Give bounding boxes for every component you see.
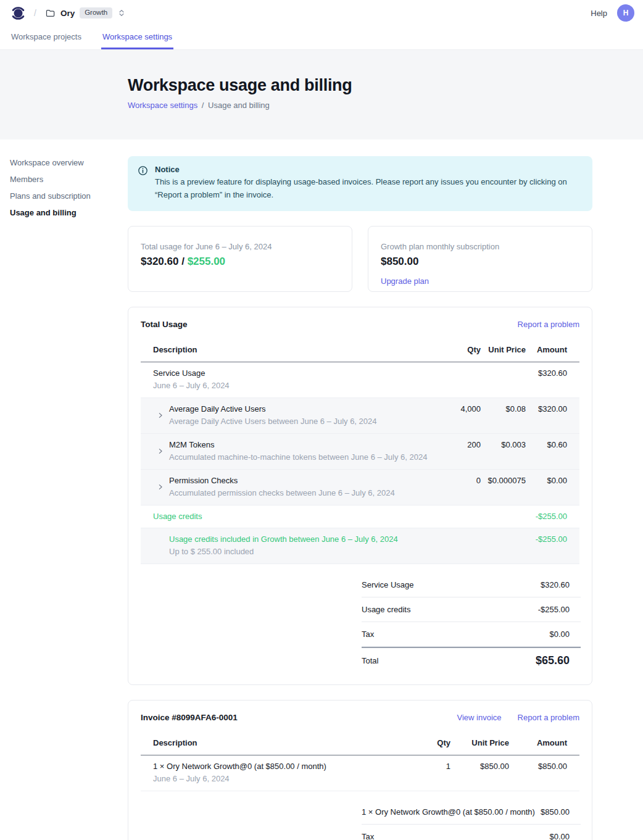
invoice-title: Invoice #8099AFA6-0001 [141, 713, 457, 722]
total-usage-card: Total usage for June 6 – July 6, 2024 $3… [128, 226, 352, 292]
chevron-right-icon[interactable] [153, 404, 169, 427]
sidebar-item-workspace-overview[interactable]: Workspace overview [10, 158, 128, 167]
row-unit-price: $850.00 [450, 761, 509, 772]
usage-current-amount: $320.60 [141, 256, 178, 267]
total-usage-table-card: Total Usage Report a problem Description… [128, 307, 592, 685]
row-amount: $0.60 [526, 439, 567, 451]
row-name: Usage credits [153, 511, 438, 522]
selector-icon [117, 9, 126, 17]
report-a-problem-link[interactable]: Report a problem [518, 713, 579, 722]
report-a-problem-link[interactable]: Report a problem [518, 320, 579, 329]
row-amount: -$255.00 [526, 511, 567, 522]
summary-value: $320.60 [541, 580, 570, 589]
chevron-right-icon[interactable] [153, 439, 169, 463]
avatar[interactable]: H [617, 4, 634, 22]
column-description: Description [153, 345, 438, 354]
invoice-card: Invoice #8099AFA6-0001 View invoice Repo… [128, 700, 592, 840]
sidebar-item-members[interactable]: Members [10, 175, 128, 184]
row-name: Average Daily Active Users [169, 404, 438, 415]
column-amount: Amount [509, 738, 567, 747]
row-unit-price: $0.003 [481, 439, 526, 451]
summary-row-tax: Tax $0.00 [362, 825, 581, 840]
row-amount: -$255.00 [526, 534, 567, 545]
tab-workspace-projects[interactable]: Workspace projects [10, 26, 83, 49]
help-link[interactable]: Help [591, 9, 607, 18]
row-amount: $320.00 [526, 404, 567, 415]
workspace-tabs: Workspace projects Workspace settings [0, 26, 643, 50]
subscription-label: Growth plan monthly subscription [381, 242, 579, 251]
table-row-m2m-tokens[interactable]: M2M Tokens Accumulated machine-to-machin… [141, 434, 579, 470]
row-subtitle: Average Daily Active Users between June … [169, 416, 438, 427]
sidebar-item-plans-and-subscription[interactable]: Plans and subscription [10, 191, 128, 201]
row-unit-price: $0.08 [481, 404, 526, 415]
invoice-row-growth-plan: 1 × Ory Network Growth@0 (at $850.00 / m… [141, 755, 579, 791]
subscription-amount: $850.00 [381, 256, 579, 268]
usage-summary: Service Usage $320.60 Usage credits -$25… [362, 573, 581, 667]
summary-cards: Total usage for June 6 – July 6, 2024 $3… [128, 226, 592, 292]
workspace-switcher[interactable]: Ory Growth [44, 5, 127, 21]
row-qty: 200 [438, 439, 481, 451]
row-subtitle: Up to $ 255.00 included [169, 546, 438, 557]
breadcrumb-separator: / [202, 101, 204, 110]
usage-amount-separator: / [178, 256, 187, 267]
breadcrumb: Workspace settings / Usage and billing [128, 101, 643, 110]
summary-label: Service Usage [362, 580, 414, 589]
table-row-permission-checks[interactable]: Permission Checks Accumulated permission… [141, 470, 579, 505]
row-subtitle: Accumulated machine-to-machine tokens be… [169, 452, 438, 463]
upgrade-plan-link[interactable]: Upgrade plan [381, 277, 429, 286]
page-title: Workspace usage and billing [128, 76, 643, 95]
view-invoice-link[interactable]: View invoice [457, 713, 502, 722]
summary-value: $0.00 [549, 832, 570, 840]
row-name: Usage credits included in Growth between… [169, 534, 438, 545]
table-row-service-usage: Service Usage June 6 – July 6, 2024 $320… [141, 362, 579, 398]
summary-total-row: Total $65.60 [362, 647, 581, 667]
ory-logo[interactable] [10, 5, 27, 22]
row-name: Service Usage [153, 368, 438, 379]
ory-logo-icon [10, 5, 27, 22]
column-unit-price: Unit Price [481, 345, 526, 354]
usage-table-title: Total Usage [141, 320, 518, 329]
summary-row-tax: Tax $0.00 [362, 622, 581, 647]
row-qty: 0 [438, 475, 481, 486]
column-description: Description [153, 738, 407, 747]
page-header: Workspace usage and billing Workspace se… [0, 50, 643, 139]
breadcrumb-link-workspace-settings[interactable]: Workspace settings [128, 101, 197, 110]
summary-value: $850.00 [541, 807, 570, 817]
total-usage-label: Total usage for June 6 – July 6, 2024 [141, 242, 339, 251]
row-amount: $0.00 [526, 475, 567, 486]
total-value: $65.60 [536, 654, 570, 667]
column-amount: Amount [526, 345, 567, 354]
row-unit-price: $0.000075 [481, 475, 526, 486]
sidebar-item-usage-and-billing[interactable]: Usage and billing [10, 208, 128, 217]
invoice-table-header: Description Qty Unit Price Amount [141, 732, 579, 755]
column-qty: Qty [438, 345, 481, 354]
row-subtitle: June 6 – July 6, 2024 [153, 773, 407, 784]
notice-title: Notice [155, 165, 583, 174]
row-qty: 4,000 [438, 404, 481, 415]
notice-body: This is a preview feature for displaying… [155, 176, 583, 202]
summary-label: Usage credits [362, 605, 410, 614]
path-separator: / [34, 8, 36, 18]
invoice-summary: 1 × Ory Network Growth@0 (at $850.00 / m… [362, 800, 581, 840]
notice-banner: Notice This is a preview feature for dis… [128, 156, 592, 211]
total-label: Total [362, 656, 378, 665]
row-subtitle: Accumulated permission checks between Ju… [169, 488, 438, 499]
summary-label: 1 × Ory Network Growth@0 (at $850.00 / m… [362, 807, 535, 817]
summary-label: Tax [362, 832, 374, 840]
table-row-usage-credits-included: Usage credits included in Growth between… [141, 528, 579, 564]
tab-workspace-settings[interactable]: Workspace settings [101, 26, 173, 49]
subscription-card: Growth plan monthly subscription $850.00… [368, 226, 592, 292]
row-subtitle: June 6 – July 6, 2024 [153, 380, 438, 391]
column-unit-price: Unit Price [450, 738, 509, 747]
chevron-right-icon[interactable] [153, 475, 169, 499]
table-row-average-daily-active-users[interactable]: Average Daily Active Users Average Daily… [141, 398, 579, 434]
plan-badge: Growth [80, 7, 112, 19]
row-name: M2M Tokens [169, 439, 438, 451]
row-name: 1 × Ory Network Growth@0 (at $850.00 / m… [153, 761, 407, 772]
row-amount: $320.60 [526, 368, 567, 379]
summary-value: -$255.00 [538, 605, 570, 614]
top-navigation-bar: / Ory Growth Help H [0, 0, 643, 26]
row-amount: $850.00 [509, 761, 567, 772]
usage-credit-amount: $255.00 [188, 256, 225, 267]
summary-row-growth-plan: 1 × Ory Network Growth@0 (at $850.00 / m… [362, 800, 581, 825]
